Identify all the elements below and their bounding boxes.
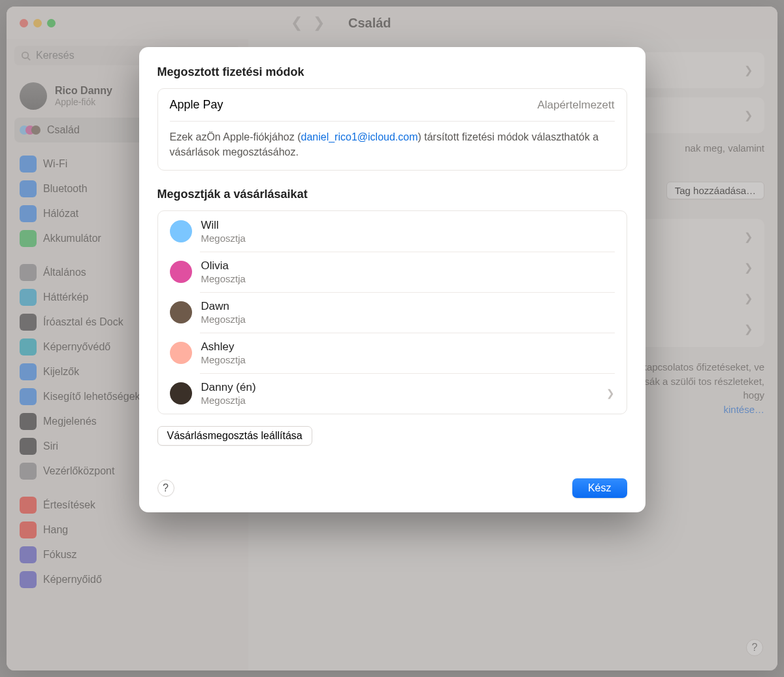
- member-status: Megosztja: [201, 233, 246, 244]
- payment-row[interactable]: Apple Pay Alapértelmezett: [158, 89, 627, 121]
- member-avatar: [170, 220, 192, 242]
- sharing-heading: Megosztják a vásárlásaikat: [157, 188, 627, 201]
- member-avatar: [170, 382, 192, 405]
- member-row: DawnMegosztja: [158, 292, 627, 333]
- payment-heading: Megosztott fizetési módok: [157, 65, 627, 79]
- member-status: Megosztja: [201, 314, 246, 325]
- stop-sharing-button[interactable]: Vásárlásmegosztás leállítása: [157, 426, 312, 446]
- member-avatar: [170, 342, 192, 364]
- member-name: Ashley: [201, 340, 246, 354]
- payment-default-label: Alapértelmezett: [537, 99, 614, 112]
- member-name: Dawn: [201, 300, 246, 313]
- member-name: Danny (én): [201, 381, 256, 394]
- modal-overlay: Megosztott fizetési módok Apple Pay Alap…: [0, 0, 784, 677]
- member-row: OliviaMegosztja: [158, 252, 627, 292]
- member-avatar: [170, 261, 192, 283]
- member-status: Megosztja: [201, 395, 256, 406]
- purchase-sharing-sheet: Megosztott fizetési módok Apple Pay Alap…: [139, 47, 645, 512]
- member-name: Olivia: [201, 259, 246, 272]
- payment-card: Apple Pay Alapértelmezett Ezek azÖn Appl…: [157, 88, 627, 171]
- payment-note: Ezek azÖn Apple-fiókjához (daniel_rico1@…: [158, 122, 627, 170]
- chevron-right-icon: ❯: [606, 388, 615, 399]
- done-button[interactable]: Kész: [572, 478, 627, 498]
- member-row[interactable]: Danny (én)Megosztja❯: [158, 373, 627, 414]
- members-list: WillMegosztjaOliviaMegosztjaDawnMegosztj…: [157, 210, 627, 414]
- member-status: Megosztja: [201, 273, 246, 284]
- help-button[interactable]: ?: [157, 480, 174, 497]
- member-row: AshleyMegosztja: [158, 333, 627, 373]
- member-name: Will: [201, 219, 246, 232]
- payment-name: Apple Pay: [170, 98, 223, 112]
- account-email-link[interactable]: daniel_rico1@icloud.com: [301, 131, 418, 142]
- member-avatar: [170, 301, 192, 323]
- member-row: WillMegosztja: [158, 211, 627, 252]
- sheet-footer: ? Kész: [157, 478, 627, 498]
- member-status: Megosztja: [201, 354, 246, 365]
- note-prefix: Ezek azÖn Apple-fiókjához (: [170, 131, 301, 142]
